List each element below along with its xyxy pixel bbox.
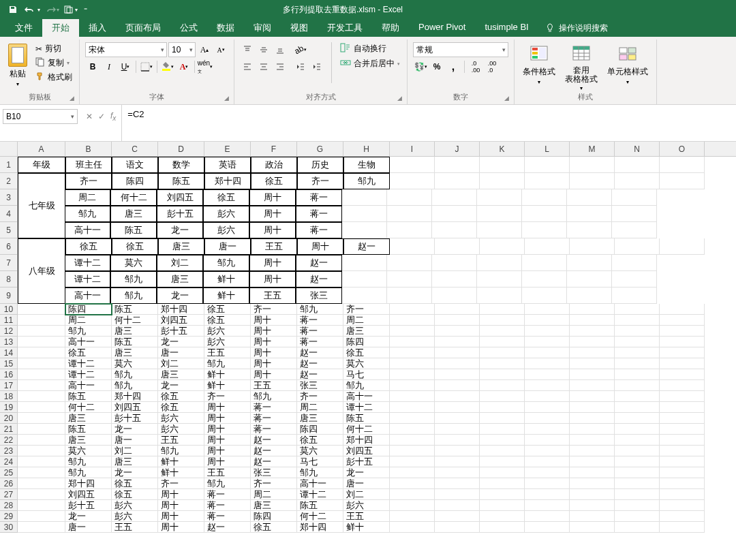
cell-N5[interactable] bbox=[567, 222, 612, 238]
cell-G26[interactable]: 高十一 bbox=[297, 478, 343, 489]
cell-H30[interactable]: 鲜十 bbox=[343, 522, 390, 533]
cell-J2[interactable] bbox=[435, 173, 480, 189]
cell-E5[interactable]: 龙一 bbox=[157, 222, 203, 238]
cell-E19[interactable]: 周十 bbox=[204, 402, 251, 413]
row-head-10[interactable]: 10 bbox=[0, 304, 18, 315]
cell-I13[interactable] bbox=[390, 337, 435, 347]
cell-E11[interactable]: 徐五 bbox=[204, 315, 251, 326]
cell-L14[interactable] bbox=[525, 347, 570, 358]
cell-M13[interactable] bbox=[570, 337, 615, 347]
cell-M22[interactable] bbox=[570, 435, 615, 446]
cell-M11[interactable] bbox=[570, 315, 615, 326]
cell-H10[interactable]: 齐一 bbox=[343, 304, 390, 315]
cell-D10[interactable]: 郑十四 bbox=[158, 304, 204, 315]
cell-C8[interactable]: 谭十二 bbox=[64, 271, 110, 287]
cell-H4[interactable]: 蒋一 bbox=[296, 206, 342, 222]
cell-L1[interactable] bbox=[525, 157, 570, 173]
cell-B24[interactable]: 邹九 bbox=[65, 456, 112, 467]
cell-L2[interactable] bbox=[525, 173, 570, 189]
cell-J28[interactable] bbox=[435, 500, 480, 511]
cell-J18[interactable] bbox=[435, 391, 480, 402]
cell-D16[interactable]: 唐三 bbox=[158, 369, 204, 380]
row-head-6[interactable]: 6 bbox=[0, 238, 18, 255]
cell-B2[interactable]: 齐一 bbox=[65, 173, 112, 189]
cell-D11[interactable]: 刘四五 bbox=[158, 315, 204, 326]
cell-O21[interactable] bbox=[660, 424, 705, 435]
row-head-16[interactable]: 16 bbox=[0, 369, 18, 380]
cell-J1[interactable] bbox=[435, 157, 480, 173]
row-head-29[interactable]: 29 bbox=[0, 511, 18, 522]
cell-K11[interactable] bbox=[480, 315, 525, 326]
cell-H25[interactable]: 龙一 bbox=[343, 467, 390, 478]
cell-G4[interactable]: 周十 bbox=[249, 206, 296, 222]
cell-M4[interactable] bbox=[522, 206, 567, 222]
cell-I23[interactable] bbox=[390, 446, 435, 456]
cell-K27[interactable] bbox=[480, 489, 525, 500]
row-head-12[interactable]: 12 bbox=[0, 326, 18, 337]
cut-button[interactable]: ✂剪切 bbox=[34, 42, 74, 55]
cell-N12[interactable] bbox=[615, 326, 660, 337]
cell-C27[interactable]: 徐五 bbox=[112, 489, 158, 500]
increase-decimal-button[interactable]: .0.00 bbox=[468, 59, 483, 74]
cell-I7[interactable] bbox=[342, 255, 387, 271]
cell-I10[interactable] bbox=[390, 304, 435, 315]
cell-H12[interactable]: 唐三 bbox=[343, 326, 390, 337]
cell-C22[interactable]: 唐一 bbox=[112, 435, 158, 446]
cell-G29[interactable]: 何十二 bbox=[297, 511, 343, 522]
cell-J24[interactable] bbox=[435, 456, 480, 467]
cell-A25[interactable] bbox=[18, 467, 65, 478]
cell-K14[interactable] bbox=[480, 347, 525, 358]
cell-C17[interactable]: 邹九 bbox=[112, 380, 158, 391]
cell-J30[interactable] bbox=[435, 522, 480, 533]
cell-F13[interactable]: 周十 bbox=[251, 337, 297, 347]
cell-H18[interactable]: 高十一 bbox=[343, 391, 390, 402]
phonetic-button[interactable]: wén文 ▾ bbox=[198, 59, 213, 74]
cell-D19[interactable]: 徐五 bbox=[158, 402, 204, 413]
cell-M21[interactable] bbox=[570, 424, 615, 435]
cell-J14[interactable] bbox=[435, 347, 480, 358]
cell-J20[interactable] bbox=[435, 413, 480, 424]
cell-J6[interactable] bbox=[435, 238, 480, 255]
cell-G5[interactable]: 周十 bbox=[249, 222, 296, 238]
row-head-17[interactable]: 17 bbox=[0, 380, 18, 391]
cell-M27[interactable] bbox=[570, 489, 615, 500]
align-center-button[interactable] bbox=[256, 59, 271, 74]
cell-G27[interactable]: 谭十二 bbox=[297, 489, 343, 500]
cell-I3[interactable] bbox=[342, 189, 387, 206]
cell-K5[interactable] bbox=[432, 222, 477, 238]
cell-F25[interactable]: 张三 bbox=[251, 467, 297, 478]
cell-C19[interactable]: 刘四五 bbox=[112, 402, 158, 413]
cell-A28[interactable] bbox=[18, 500, 65, 511]
row-head-3[interactable]: 3 bbox=[0, 189, 18, 206]
cell-C13[interactable]: 陈五 bbox=[112, 337, 158, 347]
cell-B15[interactable]: 谭十二 bbox=[65, 358, 112, 369]
cell-B19[interactable]: 何十二 bbox=[65, 402, 112, 413]
cell-C6[interactable]: 徐五 bbox=[112, 238, 158, 255]
cell-D26[interactable]: 齐一 bbox=[158, 478, 204, 489]
cell-H9[interactable]: 张三 bbox=[296, 287, 342, 304]
cell-I26[interactable] bbox=[390, 478, 435, 489]
cell-K18[interactable] bbox=[480, 391, 525, 402]
cell-H27[interactable]: 刘二 bbox=[343, 489, 390, 500]
cell-J27[interactable] bbox=[435, 489, 480, 500]
cell-J22[interactable] bbox=[435, 435, 480, 446]
cell-K21[interactable] bbox=[480, 424, 525, 435]
cell-F30[interactable]: 徐五 bbox=[251, 522, 297, 533]
cell-N1[interactable] bbox=[615, 157, 660, 173]
row-head-23[interactable]: 23 bbox=[0, 446, 18, 456]
row-head-26[interactable]: 26 bbox=[0, 478, 18, 489]
cell-I9[interactable] bbox=[342, 287, 387, 304]
cell-L3[interactable] bbox=[477, 189, 522, 206]
cell-C11[interactable]: 何十二 bbox=[112, 315, 158, 326]
cell-J26[interactable] bbox=[435, 478, 480, 489]
cell-M6[interactable] bbox=[570, 238, 615, 255]
cell-G1[interactable]: 历史 bbox=[297, 157, 343, 173]
cell-N4[interactable] bbox=[567, 206, 612, 222]
cell-A16[interactable] bbox=[18, 369, 65, 380]
cell-L5[interactable] bbox=[477, 222, 522, 238]
touch-mode-button[interactable]: ▾ bbox=[61, 2, 79, 17]
cell-O30[interactable] bbox=[660, 522, 705, 533]
cell-A26[interactable] bbox=[18, 478, 65, 489]
cell-K26[interactable] bbox=[480, 478, 525, 489]
cell-N16[interactable] bbox=[615, 369, 660, 380]
